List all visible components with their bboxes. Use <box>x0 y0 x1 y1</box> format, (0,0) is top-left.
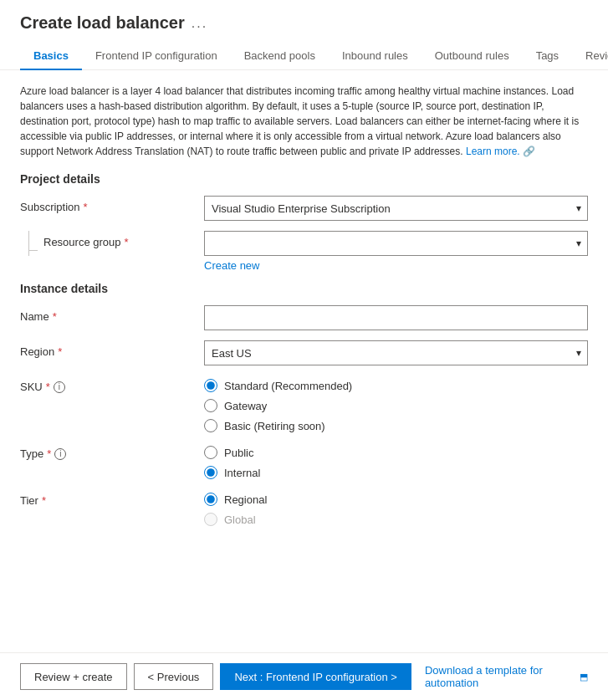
more-options-icon[interactable]: ... <box>192 16 207 31</box>
subscription-label: Subscription * <box>20 196 204 213</box>
create-new-link[interactable]: Create new <box>204 259 259 272</box>
type-required-star: * <box>47 447 51 460</box>
region-label: Region * <box>20 340 204 358</box>
type-info-icon[interactable]: i <box>54 448 66 460</box>
tier-regional-option[interactable]: Regional <box>204 493 588 506</box>
name-required-star: * <box>53 310 57 323</box>
description-text: Azure load balancer is a layer 4 load ba… <box>20 84 588 159</box>
resource-group-control: Create new <box>204 231 588 272</box>
type-row: Type * i Public Internal <box>20 442 588 479</box>
project-details-heading: Project details <box>20 172 588 186</box>
resource-group-label: Resource group * <box>40 231 129 248</box>
sku-gateway-radio[interactable] <box>204 399 217 412</box>
subscription-required-star: * <box>84 201 88 213</box>
type-internal-option[interactable]: Internal <box>204 466 588 479</box>
review-create-button[interactable]: Review + create <box>20 663 127 690</box>
sku-basic-radio[interactable] <box>204 419 217 432</box>
content-area: Azure load balancer is a layer 4 load ba… <box>0 70 608 652</box>
sku-standard-option[interactable]: Standard (Recommended) <box>204 379 588 392</box>
region-dropdown[interactable]: East US <box>204 340 588 365</box>
instance-details-heading: Instance details <box>20 282 588 295</box>
type-public-radio[interactable] <box>204 446 217 459</box>
tier-label: Tier * <box>20 489 204 507</box>
subscription-row: Subscription * Visual Studio Enterprise … <box>20 196 588 221</box>
tab-backend-pools[interactable]: Backend pools <box>231 43 329 70</box>
resource-group-required-star: * <box>125 236 129 248</box>
type-internal-radio[interactable] <box>204 466 217 479</box>
subscription-dropdown[interactable]: Visual Studio Enterprise Subscription <box>204 196 588 221</box>
previous-button[interactable]: < Previous <box>134 663 214 690</box>
type-control: Public Internal <box>204 442 588 479</box>
sku-gateway-option[interactable]: Gateway <box>204 399 588 412</box>
sku-row: SKU * i Standard (Recommended) Gateway <box>20 376 588 432</box>
tier-radio-group: Regional Global <box>204 489 588 526</box>
learn-more-link[interactable]: Learn more. <box>466 146 520 157</box>
download-template-link[interactable]: Download a template for automation ⬒ <box>425 664 588 689</box>
tier-control: Regional Global <box>204 489 588 526</box>
sku-required-star: * <box>46 381 50 393</box>
region-control: East US <box>204 340 588 365</box>
sku-label: SKU * i <box>20 376 204 393</box>
tier-global-option: Global <box>204 513 588 526</box>
tab-inbound-rules[interactable]: Inbound rules <box>329 43 422 70</box>
sku-standard-radio[interactable] <box>204 379 217 392</box>
tier-required-star: * <box>42 494 46 507</box>
page-title: Create load balancer <box>20 13 185 33</box>
page-footer: Review + create < Previous Next : Fronte… <box>0 652 608 700</box>
type-radio-group: Public Internal <box>204 442 588 479</box>
resource-group-dropdown[interactable] <box>204 231 588 256</box>
region-row: Region * East US <box>20 340 588 365</box>
tab-outbound-rules[interactable]: Outbound rules <box>422 43 523 70</box>
region-required-star: * <box>58 345 62 358</box>
tab-review-create[interactable]: Review + create <box>572 43 608 70</box>
tab-tags[interactable]: Tags <box>523 43 572 70</box>
name-label: Name * <box>20 305 204 323</box>
name-control <box>204 305 588 330</box>
type-label: Type * i <box>20 442 204 460</box>
subscription-control: Visual Studio Enterprise Subscription <box>204 196 588 221</box>
tabs-bar: Basics Frontend IP configuration Backend… <box>0 43 608 70</box>
next-button[interactable]: Next : Frontend IP configuration > <box>220 663 411 690</box>
tier-row: Tier * Regional Global <box>20 489 588 526</box>
type-public-option[interactable]: Public <box>204 446 588 459</box>
sku-basic-option[interactable]: Basic (Retiring soon) <box>204 419 588 432</box>
name-input[interactable] <box>204 305 588 330</box>
tab-frontend-ip[interactable]: Frontend IP configuration <box>82 43 231 70</box>
tab-basics[interactable]: Basics <box>20 43 82 70</box>
name-row: Name * <box>20 305 588 330</box>
sku-radio-group: Standard (Recommended) Gateway Basic (Re… <box>204 376 588 432</box>
tier-global-radio[interactable] <box>204 513 217 526</box>
download-icon: ⬒ <box>580 672 588 682</box>
sku-control: Standard (Recommended) Gateway Basic (Re… <box>204 376 588 432</box>
tier-regional-radio[interactable] <box>204 493 217 506</box>
sku-info-icon[interactable]: i <box>54 381 65 393</box>
